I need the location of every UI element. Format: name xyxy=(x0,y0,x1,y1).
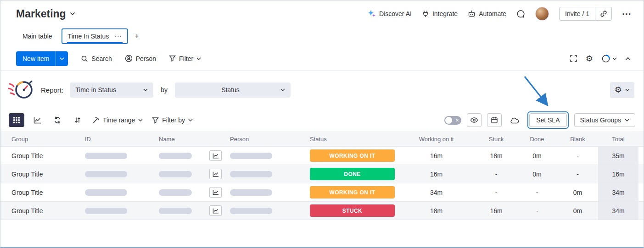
table-row: Group Title DONE 16m - 0m - 16m xyxy=(0,165,644,183)
copy-link-button[interactable] xyxy=(595,7,612,21)
status-badge[interactable]: WORKING ON IT xyxy=(310,186,395,198)
chevron-down-icon xyxy=(625,119,629,121)
tab-options-icon[interactable]: ⋯ xyxy=(114,33,122,40)
export-button[interactable] xyxy=(507,113,522,127)
row-chart-button[interactable] xyxy=(209,187,222,198)
header-actions: Discover AI Integrate Automate xyxy=(368,7,632,21)
row-chart-button[interactable] xyxy=(209,150,222,161)
person-placeholder xyxy=(230,153,272,159)
report-type-select[interactable]: Time in Status xyxy=(70,83,153,98)
blank-value: 0m xyxy=(557,207,598,215)
stuck-value: - xyxy=(476,171,517,178)
col-person: Person xyxy=(230,136,310,143)
by-label: by xyxy=(161,86,168,94)
filter-funnel-icon xyxy=(169,55,176,62)
filter-funnel-icon xyxy=(152,117,159,124)
id-placeholder xyxy=(85,153,127,159)
status-groups-button[interactable]: Status Groups xyxy=(574,113,636,127)
col-group: Group xyxy=(11,136,85,143)
ai-sparkle-icon xyxy=(368,10,376,18)
table-row: Group Title WORKING ON IT 16m 18m 0m - 3… xyxy=(0,147,644,165)
name-placeholder xyxy=(159,208,192,214)
status-badge[interactable]: WORKING ON IT xyxy=(310,149,395,162)
widget-settings-button[interactable]: ⚙ xyxy=(610,82,634,98)
report-bar: Report: Time in Status by Status ⚙ xyxy=(0,71,644,109)
add-view-button[interactable]: + xyxy=(134,32,139,41)
time-range-pick-icon xyxy=(92,116,100,124)
id-placeholder xyxy=(85,189,127,196)
board-page: Marketing Discover AI Integrate xyxy=(0,0,644,248)
new-item-button[interactable]: New item xyxy=(16,51,56,66)
working-value: 16m xyxy=(397,171,476,178)
filter-by-label: Filter by xyxy=(162,116,185,124)
chart-view-button[interactable] xyxy=(30,113,45,127)
blank-value: - xyxy=(557,152,598,160)
board-menu-button[interactable]: ⋯ xyxy=(622,9,632,18)
board-settings-button[interactable]: ⚙ xyxy=(586,55,593,63)
tab-time-in-status[interactable]: Time In Status ⋯ xyxy=(67,29,123,43)
visibility-button[interactable] xyxy=(467,113,482,127)
filter-button[interactable]: Filter xyxy=(169,55,201,62)
calendar-icon xyxy=(491,116,498,124)
sort-arrows-icon xyxy=(74,116,81,124)
board-powerups-button[interactable] xyxy=(601,54,617,63)
group-title: Group Title xyxy=(11,207,85,215)
new-item-dropdown-button[interactable] xyxy=(56,51,68,66)
stuck-value: - xyxy=(476,189,517,196)
time-range-button[interactable]: Time range xyxy=(90,116,145,124)
automate-button[interactable]: Automate xyxy=(468,10,506,17)
sort-button[interactable] xyxy=(70,113,85,127)
user-avatar[interactable] xyxy=(535,7,549,21)
powerup-icon xyxy=(601,54,610,63)
id-placeholder xyxy=(85,171,127,177)
status-badge[interactable]: STUCK xyxy=(310,204,395,217)
discover-ai-label: Discover AI xyxy=(379,10,412,17)
integrate-icon xyxy=(422,10,429,17)
tab-main-table[interactable]: Main table xyxy=(16,29,59,44)
line-chart-icon xyxy=(213,153,219,159)
done-value: - xyxy=(517,207,557,215)
invite-button[interactable]: Invite / 1 xyxy=(559,7,595,21)
eye-icon xyxy=(470,117,478,123)
calendar-button[interactable] xyxy=(487,113,502,127)
set-sla-annotation-box: Set SLA xyxy=(527,111,568,129)
table-view-button[interactable] xyxy=(9,113,24,127)
table-row: Group Title STUCK 18m 16m - 0m 34m xyxy=(0,202,644,220)
search-icon xyxy=(81,55,88,62)
search-button[interactable]: Search xyxy=(81,55,112,62)
time-range-label: Time range xyxy=(103,116,135,124)
chat-bubble-icon xyxy=(516,10,525,18)
refresh-button[interactable] xyxy=(50,113,65,127)
col-stuck: Stuck xyxy=(476,136,517,143)
id-placeholder xyxy=(85,208,127,214)
group-title: Group Title xyxy=(11,189,85,196)
filter-by-button[interactable]: Filter by xyxy=(150,116,195,124)
search-label: Search xyxy=(91,55,112,62)
row-chart-button[interactable] xyxy=(209,205,222,216)
discover-ai-button[interactable]: Discover AI xyxy=(368,10,412,18)
line-chart-icon xyxy=(34,117,41,124)
board-toolbar-right: ⚙ xyxy=(570,54,631,63)
blank-value: - xyxy=(557,171,598,178)
tab-time-in-status-label: Time In Status xyxy=(68,33,109,40)
done-value: 0m xyxy=(517,152,557,160)
toggle-switch[interactable]: ✕ xyxy=(444,116,461,125)
fullscreen-button[interactable] xyxy=(570,55,577,62)
filter-label: Filter xyxy=(179,55,193,62)
group-by-select[interactable]: Status xyxy=(175,83,291,98)
total-value: 34m xyxy=(598,202,638,220)
board-title[interactable]: Marketing xyxy=(16,8,75,20)
person-filter-button[interactable]: Person xyxy=(125,55,156,62)
person-label: Person xyxy=(136,55,156,62)
collapse-header-button[interactable] xyxy=(625,57,631,61)
integrate-button[interactable]: Integrate xyxy=(422,10,458,17)
group-title: Group Title xyxy=(11,152,85,160)
person-icon xyxy=(125,55,133,62)
person-placeholder xyxy=(230,208,272,214)
status-badge[interactable]: DONE xyxy=(310,168,395,180)
row-chart-button[interactable] xyxy=(209,169,222,179)
link-icon xyxy=(600,10,607,17)
chat-button[interactable] xyxy=(516,10,525,18)
set-sla-button[interactable]: Set SLA xyxy=(529,113,566,127)
cloud-icon xyxy=(510,117,519,124)
